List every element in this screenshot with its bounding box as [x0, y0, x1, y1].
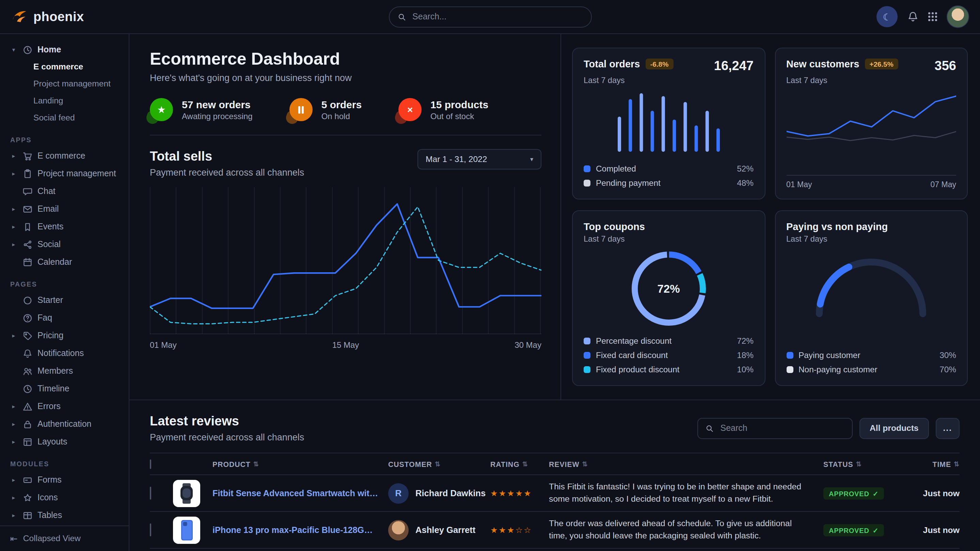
sidebar-item-errors[interactable]: ▸ Errors [0, 397, 129, 415]
total-sells-title: Total sells [150, 149, 304, 164]
top-navbar: phoenix ☾ [0, 0, 980, 34]
product-link[interactable]: iPhone 13 pro max-Pacific Blue-128GB sto… [213, 525, 388, 535]
card-new-customers: New customers +26.5% 356 Last 7 days 01 … [775, 48, 968, 199]
customer-cell[interactable]: R Richard Dawkins [388, 483, 490, 503]
sidebar-item-timeline[interactable]: Timeline [0, 380, 129, 397]
chevron-down-icon: ▾ [10, 46, 18, 53]
check-icon: ✓ [873, 490, 879, 497]
legend-fixed-product-discount: Fixed product discount 10% [584, 364, 754, 375]
page-title: Ecommerce Dashboard [150, 49, 541, 69]
select-all-checkbox[interactable] [150, 459, 151, 468]
phoenix-logo-icon [11, 8, 28, 25]
customer-avatar-initial: R [388, 483, 409, 503]
row-checkbox[interactable] [150, 486, 151, 499]
sidebar-item-ecommerce-dashboard[interactable]: E commerce [0, 59, 129, 76]
chevron-down-icon: ▾ [530, 156, 533, 163]
sidebar-item-forms[interactable]: ▸ Forms [0, 471, 129, 489]
sidebar-item-label: Home [37, 45, 61, 54]
bell-icon [907, 11, 919, 22]
pie-clock-icon [22, 44, 33, 55]
legend-non-paying-customer: Non-paying customer 70% [786, 364, 956, 375]
chevron-right-icon: ▸ [10, 438, 18, 445]
global-search-input[interactable] [411, 11, 582, 22]
sidebar-item-layouts[interactable]: ▸ Layouts [0, 433, 129, 451]
sidebar-item-icons[interactable]: ▸ Icons [0, 489, 129, 507]
row-checkbox[interactable] [150, 523, 151, 536]
sidebar-item-landing[interactable]: Landing [0, 92, 129, 110]
reviews-table: PRODUCT⇅ CUSTOMER⇅ RATING⇅ REVIEW⇅ STATU… [150, 453, 959, 551]
sidebar-item-tables[interactable]: ▸ Tables [0, 507, 129, 524]
trend-badge: -6.8% [645, 59, 673, 70]
stat-new-orders: ★ 57 new orders Awating processing [150, 98, 253, 121]
sidebar-item-project-management-app[interactable]: ▸ Project management [0, 165, 129, 183]
apps-menu-button[interactable] [928, 12, 937, 21]
chevron-right-icon: ▸ [10, 332, 18, 339]
more-options-button[interactable]: ... [936, 418, 960, 439]
brand[interactable]: phoenix [11, 8, 84, 25]
star-icon: ★ [150, 98, 173, 121]
brand-name: phoenix [33, 9, 84, 24]
sidebar-item-social-feed[interactable]: Social feed [0, 110, 129, 127]
new-customers-line-chart [786, 93, 956, 156]
sort-icon: ⇅ [253, 460, 259, 468]
sidebar-item-home[interactable]: ▾ Home [0, 41, 129, 59]
main-content: Ecommerce Dashboard Here's what's going … [129, 34, 980, 551]
sort-icon: ⇅ [435, 460, 441, 468]
all-products-button[interactable]: All products [859, 418, 929, 439]
theme-toggle-button[interactable]: ☾ [877, 6, 897, 27]
table-row: Fitbit Sense Advanced Smartwatch with To… [150, 475, 959, 512]
check-icon: ✓ [873, 527, 879, 534]
column-time[interactable]: TIME⇅ [904, 460, 959, 468]
sidebar-item-pricing[interactable]: ▸ Pricing [0, 327, 129, 345]
sort-icon: ⇅ [582, 460, 588, 468]
layout-grid-icon [22, 437, 33, 447]
sidebar-item-chat[interactable]: Chat [0, 183, 129, 200]
reviews-search[interactable] [697, 418, 853, 439]
tag-icon [22, 330, 33, 341]
total-orders-value: 16,247 [714, 59, 754, 73]
sidebar-item-faq[interactable]: Faq [0, 309, 129, 327]
total-sells-chart [150, 187, 541, 333]
customer-cell[interactable]: Ashley Garrett [388, 520, 490, 540]
collapsed-view-button[interactable]: ⇤ Collapsed View [0, 525, 129, 551]
customer-name: Richard Dawkins [415, 488, 485, 498]
sidebar-item-email[interactable]: ▸ Email [0, 200, 129, 218]
sidebar-item-ecommerce-app[interactable]: ▸ E commerce [0, 147, 129, 165]
reviews-search-input[interactable] [719, 423, 845, 433]
top-coupons-donut-chart: 72% [631, 251, 707, 327]
review-text: This Fitbit is fantastic! I was trying t… [549, 481, 823, 505]
table-row: iPhone 13 pro max-Pacific Blue-128GB sto… [150, 512, 959, 549]
customer-name: Ashley Garrett [415, 525, 476, 535]
sidebar-item-notifications[interactable]: Notifications [0, 345, 129, 362]
column-review[interactable]: REVIEW⇅ [549, 460, 823, 468]
date-range-select[interactable]: Mar 1 - 31, 2022 ▾ [417, 149, 541, 170]
sidebar-item-calendar[interactable]: Calendar [0, 253, 129, 271]
dashboard-left-column: Ecommerce Dashboard Here's what's going … [129, 34, 560, 400]
sidebar-item-authentication[interactable]: ▸ Authentication [0, 415, 129, 433]
legend-fixed-card-discount: Fixed card discount 18% [584, 349, 754, 361]
column-rating[interactable]: RATING⇅ [490, 460, 549, 468]
search-icon [706, 424, 713, 433]
sidebar-item-members[interactable]: Members [0, 362, 129, 380]
rating-stars: ★★★☆☆ [490, 525, 549, 535]
column-customer[interactable]: CUSTOMER⇅ [388, 460, 490, 468]
product-image-smartwatch[interactable] [173, 480, 200, 507]
sidebar-item-social[interactable]: ▸ Social [0, 235, 129, 253]
latest-reviews-section: Latest reviews Payment received across a… [129, 400, 980, 551]
sidebar-item-starter[interactable]: Starter [0, 291, 129, 309]
user-avatar[interactable] [947, 5, 969, 28]
notifications-button[interactable] [907, 11, 919, 22]
column-status[interactable]: STATUS⇅ [823, 460, 904, 468]
stat-out-of-stock: × 15 products Out of stock [398, 98, 488, 121]
product-image-iphone[interactable] [173, 516, 200, 543]
total-sells-subtitle: Payment received across all channels [150, 167, 304, 178]
global-search[interactable] [388, 6, 592, 27]
sidebar-item-project-management-dashboard[interactable]: Project management [0, 76, 129, 92]
table-row [150, 549, 959, 551]
section-label-pages: PAGES [0, 271, 129, 291]
product-link[interactable]: Fitbit Sense Advanced Smartwatch with To… [213, 488, 388, 498]
review-text: The order was delivered ahead of schedul… [549, 518, 823, 542]
chevron-right-icon: ▸ [10, 223, 18, 230]
column-product[interactable]: PRODUCT⇅ [213, 460, 388, 468]
sidebar-item-events[interactable]: ▸ Events [0, 218, 129, 235]
